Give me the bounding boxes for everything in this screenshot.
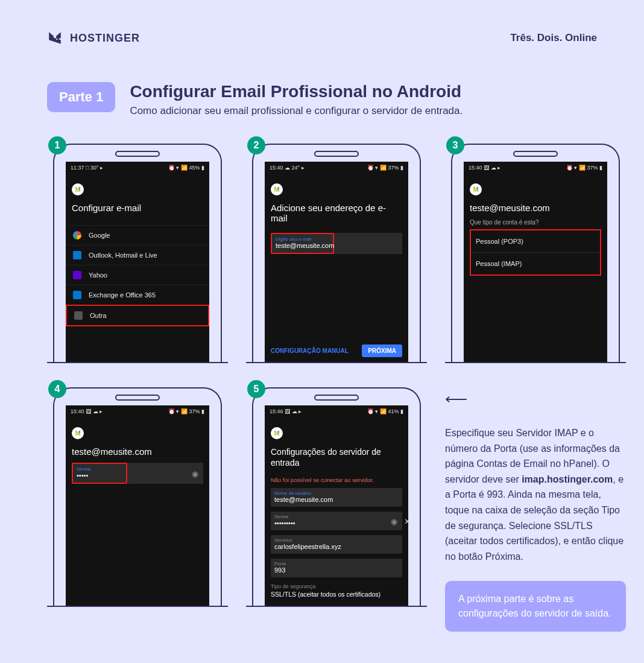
option-pop3[interactable]: Pessoal (POP3) (471, 230, 600, 253)
step-4: 4 15:40 🖼 ☁ ▸ ⏰ ▾ 📶 37% ▮ M teste@meusit… (47, 387, 228, 632)
provider-google[interactable]: Google (66, 225, 209, 245)
screen-title: teste@meusite.com (464, 200, 607, 219)
status-left: 15:40 🖼 ☁ ▸ (469, 165, 500, 171)
bottom-bar: CONFIGURAÇÃO MANUAL PRÓXIMA (265, 340, 408, 362)
email-field[interactable]: Digite seu e-mail teste@meusite.com (271, 233, 334, 254)
clear-icon[interactable]: ✕ (404, 516, 411, 525)
status-bar: 15:40 🖼 ☁ ▸ ⏰ ▾ 📶 37% ▮ (464, 162, 607, 174)
input-value: teste@meusite.com (274, 496, 399, 503)
brand-logo: HOSTINGER (47, 30, 140, 46)
screen-title: Configurar e-mail (66, 200, 209, 219)
page-subtitle: Como adicionar seu email profissional e … (130, 105, 462, 117)
step-3: 3 15:40 🖼 ☁ ▸ ⏰ ▾ 📶 37% ▮ M teste@meusit… (445, 144, 626, 363)
input-value: teste@meusite.com (276, 242, 329, 249)
port-field[interactable]: Porta 993 (271, 559, 402, 577)
page-title: Configurar Email Profissional no Android (130, 82, 462, 101)
phone-screen: 15:40 🖼 ☁ ▸ ⏰ ▾ 📶 37% ▮ M teste@meusite.… (464, 162, 607, 362)
phone-screen: 15:46 🖼 ☁ ▸ ⏰ ▾ 📶 41% ▮ M Configurações … (265, 405, 408, 606)
status-bar: 15:40 🖼 ☁ ▸ ⏰ ▾ 📶 37% ▮ (66, 405, 209, 417)
step-number: 2 (247, 136, 265, 154)
status-right: ⏰ ▾ 📶 41% ▮ (367, 408, 403, 414)
title-section: Parte 1 Configurar Email Profissional no… (47, 82, 597, 117)
username-field[interactable]: Nome de usuário teste@meusite.com (271, 488, 402, 507)
step-number: 5 (247, 380, 265, 398)
account-type-options: Pessoal (POP3) Pessoal (IMAP) (470, 229, 601, 276)
screen-title: Configurações do servidor de entrada (265, 444, 408, 474)
option-imap[interactable]: Pessoal (IMAP) (471, 253, 600, 274)
input-label: Digite seu e-mail (276, 236, 329, 242)
input-value: ••••••••• (274, 519, 378, 527)
status-bar: 15:40 ☁ 24° ▸ ⏰ ▾ 📶 37% ▮ (265, 162, 408, 174)
yahoo-icon (73, 271, 81, 279)
exchange-icon (73, 291, 81, 299)
phone-frame: 15:46 🖼 ☁ ▸ ⏰ ▾ 📶 41% ▮ M Configurações … (252, 387, 421, 606)
phone-frame: 15:40 ☁ 24° ▸ ⏰ ▾ 📶 37% ▮ M Adicione seu… (252, 144, 421, 362)
eye-icon[interactable]: ◉ (192, 469, 198, 478)
phone-frame: 15:40 🖼 ☁ ▸ ⏰ ▾ 📶 37% ▮ M teste@meusite.… (53, 387, 222, 606)
status-bar: 11:37 □ 30° ▸ ⏰ ▾ 📶 45% ▮ (66, 162, 209, 174)
input-value: ••••• (77, 472, 122, 479)
gmail-icon: M (72, 427, 84, 439)
input-value: 993 (274, 566, 399, 574)
input-label: Senha (274, 514, 378, 519)
step-1: 1 11:37 □ 30° ▸ ⏰ ▾ 📶 45% ▮ M Configurar… (47, 144, 228, 363)
status-right: ⏰ ▾ 📶 37% ▮ (566, 165, 602, 171)
input-label: Servidor (274, 538, 399, 543)
status-right: ⏰ ▾ 📶 37% ▮ (168, 408, 204, 414)
steps-grid: 1 11:37 □ 30° ▸ ⏰ ▾ 📶 45% ▮ M Configurar… (47, 144, 597, 632)
phone-screen: 15:40 🖼 ☁ ▸ ⏰ ▾ 📶 37% ▮ M teste@meusite.… (66, 405, 209, 606)
step-number: 4 (48, 380, 66, 398)
gmail-icon: M (470, 183, 482, 195)
next-button[interactable]: PRÓXIMA (362, 344, 402, 357)
part-badge: Parte 1 (47, 82, 115, 112)
mail-icon (74, 311, 83, 320)
phone-frame: 11:37 □ 30° ▸ ⏰ ▾ 📶 45% ▮ M Configurar e… (53, 144, 222, 362)
eye-icon[interactable]: ◉ (391, 516, 397, 525)
error-message: Não foi possível se conectar ao servidor… (265, 474, 408, 488)
step-5: 5 15:46 🖼 ☁ ▸ ⏰ ▾ 📶 41% ▮ M Configuraçõe… (246, 387, 427, 632)
phone-screen: 15:40 ☁ 24° ▸ ⏰ ▾ 📶 37% ▮ M Adicione seu… (265, 162, 408, 362)
gmail-icon: M (72, 183, 84, 195)
screen-subtitle: Que tipo de conta é esta? (464, 219, 607, 229)
phone-frame: 15:40 🖼 ☁ ▸ ⏰ ▾ 📶 37% ▮ M teste@meusite.… (451, 144, 620, 362)
google-icon (73, 231, 81, 240)
password-field[interactable]: Senha ••••• (72, 463, 127, 484)
page-header: HOSTINGER Três. Dois. Online (47, 30, 597, 46)
provider-yahoo[interactable]: Yahoo (66, 265, 209, 285)
logo-icon (47, 30, 63, 46)
status-bar: 15:46 🖼 ☁ ▸ ⏰ ▾ 📶 41% ▮ (265, 405, 408, 417)
step-number: 1 (48, 136, 66, 154)
password-field[interactable]: Senha ••••••••• ◉ (271, 512, 402, 530)
provider-outlook[interactable]: Outlook, Hotmail e Live (66, 245, 209, 265)
input-label: Porta (274, 561, 399, 566)
info-column: ⟵ Especifique seu Servidor IMAP e o núme… (445, 387, 626, 632)
step-number: 3 (446, 136, 464, 154)
status-right: ⏰ ▾ 📶 37% ▮ (367, 165, 403, 171)
brand-name: HOSTINGER (70, 32, 140, 45)
next-part-box: A próxima parte é sobre as configurações… (445, 581, 626, 632)
step-2: 2 15:40 ☁ 24° ▸ ⏰ ▾ 📶 37% ▮ M Adicione s… (246, 144, 427, 363)
status-left: 15:46 🖼 ☁ ▸ (270, 408, 301, 414)
input-value: carlosfelipeestrella.xyz (274, 543, 399, 550)
gmail-icon: M (271, 427, 283, 439)
provider-other[interactable]: Outra (66, 305, 209, 326)
security-label: Tipo de segurança (265, 580, 408, 591)
status-left: 15:40 🖼 ☁ ▸ (71, 408, 103, 414)
info-paragraph: Especifique seu Servidor IMAP e o número… (445, 425, 626, 564)
arrow-left-icon: ⟵ (445, 390, 626, 408)
screen-title: teste@meusite.com (66, 444, 209, 463)
phone-screen: 11:37 □ 30° ▸ ⏰ ▾ 📶 45% ▮ M Configurar e… (66, 162, 209, 362)
provider-exchange[interactable]: Exchange e Office 365 (66, 285, 209, 305)
input-label: Senha (77, 466, 122, 472)
gmail-icon: M (271, 183, 283, 195)
status-right: ⏰ ▾ 📶 45% ▮ (168, 165, 204, 171)
manual-config-link[interactable]: CONFIGURAÇÃO MANUAL (271, 347, 349, 354)
server-field[interactable]: Servidor carlosfelipeestrella.xyz (271, 535, 402, 554)
screen-title: Adicione seu endereço de e-mail (265, 200, 408, 229)
outlook-icon (73, 251, 81, 259)
status-left: 15:40 ☁ 24° ▸ (270, 165, 305, 171)
input-label: Nome de usuário (274, 490, 399, 496)
tagline: Três. Dois. Online (510, 32, 597, 44)
status-left: 11:37 □ 30° ▸ (71, 165, 103, 171)
security-value[interactable]: SSL/TLS (aceitar todos os certificados) (265, 591, 408, 600)
